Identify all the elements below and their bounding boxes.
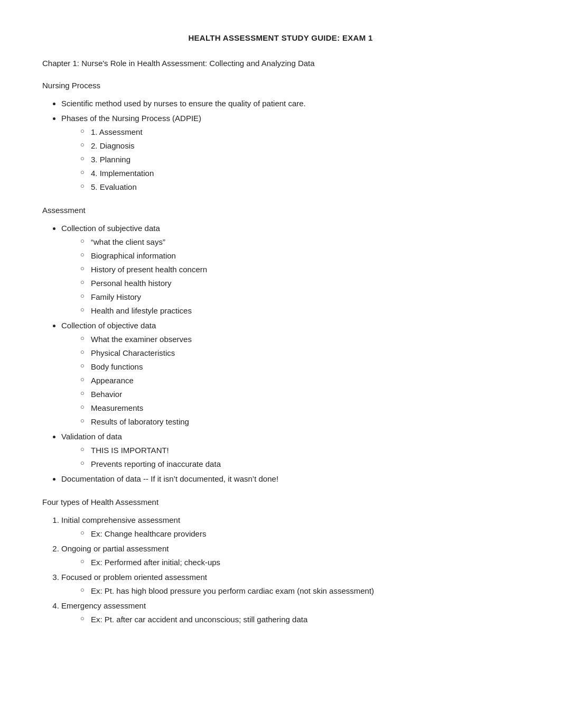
page-title: HEALTH ASSESSMENT STUDY GUIDE: EXAM 1 xyxy=(42,32,519,44)
list-item: Physical Characteristics xyxy=(80,347,519,360)
list-item: Phases of the Nursing Process (ADPIE) 1.… xyxy=(61,112,519,193)
list-item: Ongoing or partial assessment Ex: Perfor… xyxy=(61,542,519,569)
list-item: History of present health concern xyxy=(80,263,519,276)
list-item: Ex: Pt. has high blood pressure you perf… xyxy=(80,585,519,597)
adpie-list: 1. Assessment 2. Diagnosis 3. Planning 4… xyxy=(61,126,519,193)
list-item: Measurements xyxy=(80,402,519,414)
objective-data-list: What the examiner observes Physical Char… xyxy=(61,333,519,428)
list-item: Biographical information xyxy=(80,250,519,262)
list-item: Focused or problem oriented assessment E… xyxy=(61,571,519,597)
validation-list: THIS IS IMPORTANT! Prevents reporting of… xyxy=(61,444,519,471)
list-item: Appearance xyxy=(80,374,519,387)
four-types-section: Four types of Health Assessment Initial … xyxy=(42,496,519,626)
type2-sub: Ex: Performed after initial; check-ups xyxy=(61,556,519,569)
list-item: Ex: Change healthcare providers xyxy=(80,528,519,540)
chapter-heading: Chapter 1: Nurse's Role in Health Assess… xyxy=(42,57,519,70)
list-item: Body functions xyxy=(80,361,519,373)
list-item: Collection of subjective data “what the … xyxy=(61,222,519,317)
type1-sub: Ex: Change healthcare providers xyxy=(61,528,519,540)
assessment-heading: Assessment xyxy=(42,204,519,217)
four-types-heading: Four types of Health Assessment xyxy=(42,496,519,509)
list-item: Initial comprehensive assessment Ex: Cha… xyxy=(61,514,519,540)
type3-sub: Ex: Pt. has high blood pressure you perf… xyxy=(61,585,519,597)
assessment-list: Collection of subjective data “what the … xyxy=(42,222,519,485)
list-item: Documentation of data -- If it isn’t doc… xyxy=(61,473,519,485)
list-item: Personal health history xyxy=(80,277,519,290)
list-item: THIS IS IMPORTANT! xyxy=(80,444,519,457)
list-item: Ex: Performed after initial; check-ups xyxy=(80,556,519,569)
list-item: 2. Diagnosis xyxy=(80,140,519,152)
nursing-process-heading: Nursing Process xyxy=(42,79,519,92)
list-item: Prevents reporting of inaccurate data xyxy=(80,458,519,471)
list-item: Behavior xyxy=(80,388,519,401)
list-item: Validation of data THIS IS IMPORTANT! Pr… xyxy=(61,430,519,471)
four-types-list: Initial comprehensive assessment Ex: Cha… xyxy=(42,514,519,626)
list-item: 4. Implementation xyxy=(80,167,519,180)
list-item: Health and lifestyle practices xyxy=(80,305,519,317)
subjective-data-list: “what the client says” Biographical info… xyxy=(61,236,519,317)
list-item: What the examiner observes xyxy=(80,333,519,346)
list-item: Emergency assessment Ex: Pt. after car a… xyxy=(61,600,519,626)
nursing-process-section: Nursing Process Scientific method used b… xyxy=(42,79,519,193)
list-item: 1. Assessment xyxy=(80,126,519,139)
list-item: Ex: Pt. after car accident and unconscio… xyxy=(80,613,519,626)
list-item: “what the client says” xyxy=(80,236,519,248)
assessment-section: Assessment Collection of subjective data… xyxy=(42,204,519,485)
list-item: Scientific method used by nurses to ensu… xyxy=(61,97,519,110)
list-item: 3. Planning xyxy=(80,153,519,166)
nursing-process-list: Scientific method used by nurses to ensu… xyxy=(42,97,519,193)
list-item: Results of laboratory testing xyxy=(80,416,519,428)
list-item: Family History xyxy=(80,291,519,303)
list-item: 5. Evaluation xyxy=(80,181,519,193)
type4-sub: Ex: Pt. after car accident and unconscio… xyxy=(61,613,519,626)
list-item: Collection of objective data What the ex… xyxy=(61,319,519,428)
